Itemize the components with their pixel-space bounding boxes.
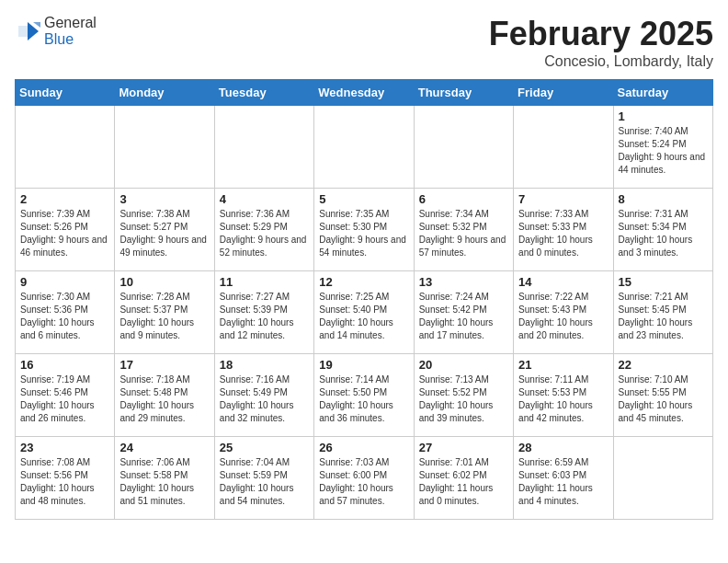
day-number: 17 [119,358,209,372]
location: Concesio, Lombardy, Italy [489,53,713,70]
calendar-cell [613,437,712,520]
day-number: 22 [619,358,708,372]
day-info: Sunrise: 7:33 AM Sunset: 5:33 PM Dayligh… [518,208,608,259]
day-number: 26 [319,441,408,454]
day-number: 10 [119,275,209,289]
day-info: Sunrise: 7:19 AM Sunset: 5:46 PM Dayligh… [20,373,109,425]
calendar-week-row: 9Sunrise: 7:30 AM Sunset: 5:36 PM Daylig… [16,271,713,354]
day-info: Sunrise: 7:11 AM Sunset: 5:53 PM Dayligh… [518,373,608,425]
calendar-cell: 8Sunrise: 7:31 AM Sunset: 5:34 PM Daylig… [613,189,712,271]
calendar-cell: 9Sunrise: 7:30 AM Sunset: 5:36 PM Daylig… [16,271,115,354]
calendar-cell: 21Sunrise: 7:11 AM Sunset: 5:53 PM Dayli… [514,354,613,437]
day-number: 12 [319,275,408,289]
logo-text: General Blue [44,15,97,48]
day-info: Sunrise: 7:25 AM Sunset: 5:40 PM Dayligh… [319,291,408,342]
day-number: 15 [619,275,708,289]
calendar-cell [16,106,115,189]
calendar-cell: 16Sunrise: 7:19 AM Sunset: 5:46 PM Dayli… [16,354,115,437]
day-info: Sunrise: 7:36 AM Sunset: 5:29 PM Dayligh… [220,208,309,259]
calendar-cell: 23Sunrise: 7:08 AM Sunset: 5:56 PM Dayli… [16,437,115,520]
day-number: 11 [220,275,309,289]
day-info: Sunrise: 7:35 AM Sunset: 5:30 PM Dayligh… [319,208,408,259]
day-info: Sunrise: 7:24 AM Sunset: 5:42 PM Dayligh… [419,291,508,342]
calendar-day-header: Sunday [16,80,115,106]
logo: General Blue [15,15,97,48]
calendar-cell: 24Sunrise: 7:06 AM Sunset: 5:58 PM Dayli… [115,437,214,520]
day-number: 1 [619,109,708,123]
day-info: Sunrise: 7:27 AM Sunset: 5:39 PM Dayligh… [220,291,309,342]
calendar-day-header: Friday [514,80,613,106]
calendar-cell: 11Sunrise: 7:27 AM Sunset: 5:39 PM Dayli… [214,271,313,354]
calendar-cell: 22Sunrise: 7:10 AM Sunset: 5:55 PM Dayli… [613,354,712,437]
day-info: Sunrise: 7:13 AM Sunset: 5:52 PM Dayligh… [419,373,508,425]
day-info: Sunrise: 7:38 AM Sunset: 5:27 PM Dayligh… [119,208,209,259]
day-number: 24 [119,441,209,454]
header: General Blue February 2025 Concesio, Lom… [15,15,713,70]
calendar-week-row: 1Sunrise: 7:40 AM Sunset: 5:24 PM Daylig… [16,106,713,189]
day-number: 20 [419,358,508,372]
month-title: February 2025 [489,15,713,53]
calendar-day-header: Tuesday [214,80,313,106]
calendar-cell [314,106,414,189]
day-info: Sunrise: 7:16 AM Sunset: 5:49 PM Dayligh… [220,373,309,425]
day-number: 18 [220,358,309,372]
logo-general: General [44,15,97,30]
day-info: Sunrise: 7:40 AM Sunset: 5:24 PM Dayligh… [619,125,708,177]
calendar-cell: 27Sunrise: 7:01 AM Sunset: 6:02 PM Dayli… [414,437,513,520]
day-info: Sunrise: 7:39 AM Sunset: 5:26 PM Dayligh… [20,208,109,259]
title-area: February 2025 Concesio, Lombardy, Italy [489,15,713,70]
calendar-cell: 7Sunrise: 7:33 AM Sunset: 5:33 PM Daylig… [514,189,613,271]
day-info: Sunrise: 7:14 AM Sunset: 5:50 PM Dayligh… [319,373,408,425]
day-number: 25 [220,441,309,454]
calendar-cell: 6Sunrise: 7:34 AM Sunset: 5:32 PM Daylig… [414,189,513,271]
calendar-cell: 1Sunrise: 7:40 AM Sunset: 5:24 PM Daylig… [613,106,712,189]
day-number: 13 [419,275,508,289]
logo-icon [15,18,40,44]
day-info: Sunrise: 7:22 AM Sunset: 5:43 PM Dayligh… [518,291,608,342]
day-number: 19 [319,358,408,372]
calendar-cell [414,106,513,189]
day-number: 3 [119,192,209,206]
calendar-cell: 17Sunrise: 7:18 AM Sunset: 5:48 PM Dayli… [115,354,214,437]
day-number: 6 [419,192,508,206]
day-number: 27 [419,441,508,454]
day-info: Sunrise: 7:08 AM Sunset: 5:56 PM Dayligh… [20,456,109,508]
calendar-table: SundayMondayTuesdayWednesdayThursdayFrid… [15,79,713,520]
day-info: Sunrise: 7:10 AM Sunset: 5:55 PM Dayligh… [619,373,708,425]
calendar-week-row: 16Sunrise: 7:19 AM Sunset: 5:46 PM Dayli… [16,354,713,437]
calendar-cell: 14Sunrise: 7:22 AM Sunset: 5:43 PM Dayli… [514,271,613,354]
calendar-cell: 15Sunrise: 7:21 AM Sunset: 5:45 PM Dayli… [613,271,712,354]
calendar-day-header: Thursday [414,80,513,106]
day-info: Sunrise: 7:30 AM Sunset: 5:36 PM Dayligh… [20,291,109,342]
calendar-day-header: Wednesday [314,80,414,106]
calendar-header-row: SundayMondayTuesdayWednesdayThursdayFrid… [16,80,713,106]
calendar-day-header: Monday [115,80,214,106]
calendar-cell: 5Sunrise: 7:35 AM Sunset: 5:30 PM Daylig… [314,189,414,271]
day-number: 23 [20,441,109,454]
day-info: Sunrise: 6:59 AM Sunset: 6:03 PM Dayligh… [518,456,608,508]
day-info: Sunrise: 7:03 AM Sunset: 6:00 PM Dayligh… [319,456,408,508]
calendar-cell: 25Sunrise: 7:04 AM Sunset: 5:59 PM Dayli… [214,437,313,520]
day-info: Sunrise: 7:31 AM Sunset: 5:34 PM Dayligh… [619,208,708,259]
calendar-cell: 20Sunrise: 7:13 AM Sunset: 5:52 PM Dayli… [414,354,513,437]
day-info: Sunrise: 7:06 AM Sunset: 5:58 PM Dayligh… [119,456,209,508]
calendar-cell: 13Sunrise: 7:24 AM Sunset: 5:42 PM Dayli… [414,271,513,354]
day-number: 9 [20,275,109,289]
calendar-cell: 26Sunrise: 7:03 AM Sunset: 6:00 PM Dayli… [314,437,414,520]
calendar-cell [214,106,313,189]
day-number: 2 [20,192,109,206]
day-number: 14 [518,275,608,289]
calendar-cell: 3Sunrise: 7:38 AM Sunset: 5:27 PM Daylig… [115,189,214,271]
calendar-cell: 28Sunrise: 6:59 AM Sunset: 6:03 PM Dayli… [514,437,613,520]
day-number: 21 [518,358,608,372]
day-info: Sunrise: 7:21 AM Sunset: 5:45 PM Dayligh… [619,291,708,342]
day-number: 16 [20,358,109,372]
day-number: 8 [619,192,708,206]
day-number: 5 [319,192,408,206]
calendar-cell: 2Sunrise: 7:39 AM Sunset: 5:26 PM Daylig… [16,189,115,271]
day-number: 7 [518,192,608,206]
calendar-cell [514,106,613,189]
calendar-day-header: Saturday [613,80,712,106]
day-info: Sunrise: 7:04 AM Sunset: 5:59 PM Dayligh… [220,456,309,508]
day-number: 28 [518,441,608,454]
